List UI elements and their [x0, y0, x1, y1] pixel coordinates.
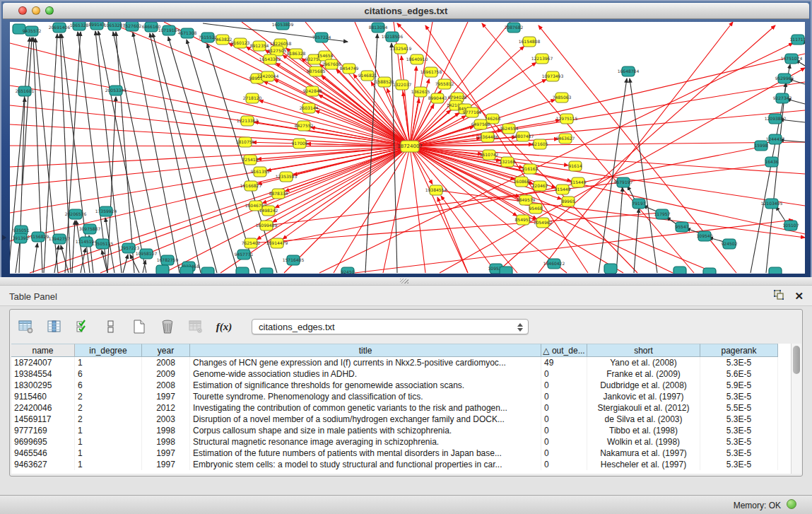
cell-name: 9463627: [11, 459, 75, 470]
svg-text:1588520: 1588520: [375, 79, 394, 84]
svg-text:13325419: 13325419: [390, 46, 412, 51]
table-row[interactable]: 911546021997Tourette syndrome. Phenomeno…: [11, 391, 778, 402]
svg-text:16914479: 16914479: [266, 240, 288, 245]
svg-text:915449: 915449: [555, 187, 571, 192]
function-builder-icon[interactable]: f(x): [215, 317, 233, 336]
column-header-year[interactable]: year: [142, 344, 190, 357]
svg-text:7463822: 7463822: [213, 37, 233, 42]
cell-out-de-: 0: [541, 368, 587, 380]
node-table[interactable]: namein_degreeyeartitle△ out_de...shortpa…: [11, 344, 801, 474]
column-header-short[interactable]: short: [587, 344, 700, 357]
svg-text:10719184: 10719184: [158, 28, 180, 33]
delete-icon[interactable]: [158, 317, 177, 336]
cell-name: 18724007: [11, 357, 75, 368]
svg-text:132166: 132166: [500, 159, 516, 164]
svg-text:13505115: 13505115: [92, 241, 114, 246]
svg-text:15716485: 15716485: [283, 257, 305, 262]
cell-short: Yano et al. (2008): [587, 357, 700, 368]
float-panel-icon[interactable]: [773, 289, 784, 303]
table-row[interactable]: 1938455462009Genome-wide association stu…: [11, 368, 778, 380]
cell-title: Tourette syndrome. Phenomenology and cla…: [190, 391, 541, 402]
svg-text:19384554: 19384554: [425, 187, 447, 192]
table-header-row[interactable]: namein_degreeyeartitle△ out_de...shortpa…: [11, 344, 778, 357]
column-header-name[interactable]: name: [11, 344, 75, 357]
svg-text:12093882: 12093882: [765, 116, 787, 121]
svg-text:9242848: 9242848: [303, 88, 322, 93]
cell-title: Investigating the contribution of common…: [190, 402, 541, 414]
cell-name: 14569117: [11, 414, 75, 425]
svg-text:7625402: 7625402: [242, 240, 261, 245]
svg-text:17957223: 17957223: [118, 245, 140, 250]
svg-text:16648784: 16648784: [618, 69, 640, 74]
table-toolbar: f(x)citations_edges.txt: [17, 315, 529, 338]
column-header-out-de-[interactable]: △ out_de...: [541, 344, 587, 357]
cell-short: de Silva et al. (2003): [587, 414, 700, 425]
svg-text:6497568: 6497568: [471, 122, 490, 127]
column-header-pagerank[interactable]: pagerank: [700, 344, 778, 357]
table-scrollbar[interactable]: [791, 344, 801, 474]
cell-out-de-: 0: [541, 380, 587, 391]
show-columns-icon[interactable]: [45, 317, 64, 336]
svg-text:20364486: 20364486: [477, 134, 499, 139]
svg-text:17359924: 17359924: [95, 209, 117, 214]
svg-text:115449: 115449: [570, 180, 587, 185]
rows-icon[interactable]: [102, 317, 120, 336]
svg-text:854951: 854951: [515, 217, 531, 222]
cell-out-de-: 0: [541, 402, 587, 414]
svg-text:16782759: 16782759: [157, 257, 179, 262]
cell-year: 2008: [142, 357, 190, 368]
svg-text:91614: 91614: [568, 163, 582, 168]
new-column-icon[interactable]: [130, 317, 148, 336]
table-row[interactable]: 969969511998Structural magnetic resonanc…: [11, 436, 778, 448]
svg-text:16961758: 16961758: [420, 69, 442, 74]
network-window-titlebar[interactable]: citations_edges.txt: [3, 3, 809, 19]
table-row[interactable]: 946554611997Estimation of the future num…: [11, 448, 778, 459]
svg-text:12103495: 12103495: [761, 201, 783, 206]
column-header-title[interactable]: title: [190, 344, 541, 357]
network-select-dropdown[interactable]: citations_edges.txt: [252, 319, 529, 334]
collapse-arrow-icon[interactable]: [2, 235, 6, 240]
import-table-icon[interactable]: [187, 317, 205, 336]
status-bar: Memory: OK: [0, 495, 812, 514]
cell-pagerank: 5.3E-5: [700, 459, 778, 470]
network-canvas[interactable]: 9435572206914061065328899143106532871527…: [10, 22, 805, 274]
table-row[interactable]: 946362711997Embryonic stem cells: a mode…: [11, 459, 778, 470]
cell-title: Estimation of the future numbers of pati…: [190, 448, 541, 459]
table-row[interactable]: 977716911998Corpus callosum shape and si…: [11, 425, 778, 436]
divider-grip-icon[interactable]: [400, 279, 408, 284]
svg-text:9777169: 9777169: [463, 110, 482, 115]
svg-text:30975887: 30975887: [79, 226, 101, 231]
cell-out-de-: 0: [541, 448, 587, 459]
svg-text:111711: 111711: [790, 37, 805, 42]
svg-text:220467: 220467: [532, 183, 548, 188]
svg-text:9463627: 9463627: [556, 136, 575, 141]
svg-text:899143: 899143: [89, 22, 105, 27]
svg-text:95547: 95547: [675, 224, 688, 229]
cell-title: Estimation of significance thresholds fo…: [190, 380, 541, 391]
table-body[interactable]: 1872400712008Changes of HCN gene express…: [11, 357, 778, 470]
table-row[interactable]: 1872400712008Changes of HCN gene express…: [11, 357, 778, 368]
table-row[interactable]: 1830029562008Estimation of significance …: [11, 380, 778, 391]
cell-in-degree: 1: [75, 357, 142, 368]
cell-out-de-: 0: [541, 414, 587, 425]
select-all-icon[interactable]: [73, 317, 92, 336]
table-row[interactable]: 1456911722003Disruption of a novel membe…: [11, 414, 778, 425]
table-row[interactable]: 2242004622012Investigating the contribut…: [11, 402, 778, 414]
split-divider[interactable]: [0, 277, 812, 285]
cell-in-degree: 1: [75, 425, 142, 436]
svg-text:1054962: 1054962: [534, 220, 553, 225]
close-panel-icon[interactable]: ✕: [794, 290, 804, 303]
memory-indicator-icon[interactable]: [787, 499, 796, 509]
cell-year: 1997: [142, 448, 190, 459]
cell-year: 2008: [142, 380, 190, 391]
svg-text:391391: 391391: [13, 235, 29, 240]
svg-text:1065328: 1065328: [70, 23, 89, 28]
cell-pagerank: 5.3E-5: [700, 357, 778, 368]
table-options-icon[interactable]: [17, 317, 35, 336]
svg-text:16543362: 16543362: [259, 57, 281, 62]
svg-text:1498242: 1498242: [259, 208, 278, 213]
svg-text:9529966: 9529966: [775, 76, 794, 81]
column-header-in-degree[interactable]: in_degree: [75, 344, 142, 357]
svg-text:8454749: 8454749: [340, 66, 359, 71]
scrollbar-thumb[interactable]: [793, 346, 800, 374]
